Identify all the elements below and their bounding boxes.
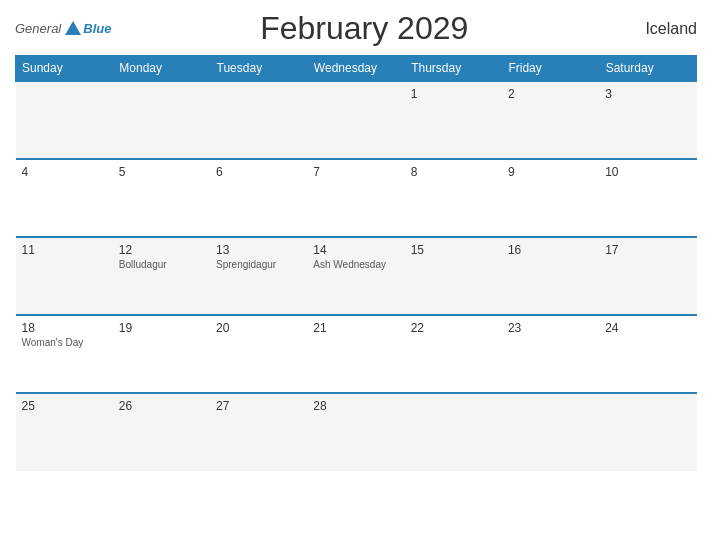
day-number: 26 (119, 399, 204, 413)
calendar-table: SundayMondayTuesdayWednesdayThursdayFrid… (15, 55, 697, 471)
calendar-day-cell: 4 (16, 159, 113, 237)
weekday-header: Tuesday (210, 56, 307, 82)
calendar-day-cell: 3 (599, 81, 696, 159)
calendar-day-cell: 23 (502, 315, 599, 393)
day-number: 11 (22, 243, 107, 257)
weekday-header: Thursday (405, 56, 502, 82)
calendar-day-cell: 2 (502, 81, 599, 159)
calendar-country: Iceland (617, 20, 697, 38)
calendar-day-cell: 11 (16, 237, 113, 315)
event-label: Bolludagur (119, 259, 204, 270)
calendar-day-cell: 26 (113, 393, 210, 471)
calendar-day-cell: 8 (405, 159, 502, 237)
event-label: Woman's Day (22, 337, 107, 348)
calendar-week-row: 123 (16, 81, 697, 159)
event-label: Ash Wednesday (313, 259, 398, 270)
calendar-day-cell: 1 (405, 81, 502, 159)
calendar-day-cell: 22 (405, 315, 502, 393)
calendar-week-row: 18Woman's Day192021222324 (16, 315, 697, 393)
logo-blue: Blue (83, 21, 111, 36)
day-number: 19 (119, 321, 204, 335)
day-number: 18 (22, 321, 107, 335)
calendar-day-cell: 27 (210, 393, 307, 471)
day-number: 15 (411, 243, 496, 257)
day-number: 17 (605, 243, 690, 257)
weekday-header: Sunday (16, 56, 113, 82)
calendar-header: General Blue February 2029 Iceland (15, 10, 697, 47)
logo-general: General (15, 21, 61, 36)
calendar-day-cell (307, 81, 404, 159)
weekday-header-row: SundayMondayTuesdayWednesdayThursdayFrid… (16, 56, 697, 82)
weekday-header: Wednesday (307, 56, 404, 82)
calendar-day-cell: 13Sprengidagur (210, 237, 307, 315)
calendar-day-cell (113, 81, 210, 159)
calendar-day-cell: 14Ash Wednesday (307, 237, 404, 315)
day-number: 20 (216, 321, 301, 335)
calendar-week-row: 1112Bolludagur13Sprengidagur14Ash Wednes… (16, 237, 697, 315)
day-number: 1 (411, 87, 496, 101)
day-number: 27 (216, 399, 301, 413)
calendar-day-cell: 6 (210, 159, 307, 237)
event-label: Sprengidagur (216, 259, 301, 270)
calendar-week-row: 45678910 (16, 159, 697, 237)
day-number: 24 (605, 321, 690, 335)
day-number: 12 (119, 243, 204, 257)
calendar-day-cell: 24 (599, 315, 696, 393)
calendar-day-cell: 18Woman's Day (16, 315, 113, 393)
calendar-day-cell: 16 (502, 237, 599, 315)
calendar-day-cell: 7 (307, 159, 404, 237)
calendar-container: General Blue February 2029 Iceland Sunda… (0, 0, 712, 550)
day-number: 7 (313, 165, 398, 179)
calendar-day-cell (599, 393, 696, 471)
calendar-title: February 2029 (111, 10, 617, 47)
calendar-week-row: 25262728 (16, 393, 697, 471)
weekday-header: Friday (502, 56, 599, 82)
day-number: 14 (313, 243, 398, 257)
day-number: 5 (119, 165, 204, 179)
calendar-day-cell: 15 (405, 237, 502, 315)
logo-icon (63, 19, 83, 39)
day-number: 3 (605, 87, 690, 101)
day-number: 21 (313, 321, 398, 335)
day-number: 10 (605, 165, 690, 179)
day-number: 13 (216, 243, 301, 257)
calendar-day-cell: 9 (502, 159, 599, 237)
svg-marker-0 (65, 21, 81, 35)
calendar-day-cell: 28 (307, 393, 404, 471)
day-number: 23 (508, 321, 593, 335)
calendar-day-cell (502, 393, 599, 471)
day-number: 16 (508, 243, 593, 257)
day-number: 25 (22, 399, 107, 413)
day-number: 8 (411, 165, 496, 179)
calendar-day-cell: 12Bolludagur (113, 237, 210, 315)
logo: General Blue (15, 19, 111, 39)
day-number: 2 (508, 87, 593, 101)
day-number: 28 (313, 399, 398, 413)
calendar-day-cell (16, 81, 113, 159)
weekday-header: Monday (113, 56, 210, 82)
day-number: 9 (508, 165, 593, 179)
calendar-day-cell (210, 81, 307, 159)
calendar-day-cell: 10 (599, 159, 696, 237)
calendar-day-cell: 21 (307, 315, 404, 393)
calendar-day-cell: 25 (16, 393, 113, 471)
calendar-day-cell: 17 (599, 237, 696, 315)
calendar-day-cell: 20 (210, 315, 307, 393)
day-number: 22 (411, 321, 496, 335)
day-number: 6 (216, 165, 301, 179)
day-number: 4 (22, 165, 107, 179)
calendar-day-cell (405, 393, 502, 471)
calendar-day-cell: 19 (113, 315, 210, 393)
calendar-day-cell: 5 (113, 159, 210, 237)
weekday-header: Saturday (599, 56, 696, 82)
